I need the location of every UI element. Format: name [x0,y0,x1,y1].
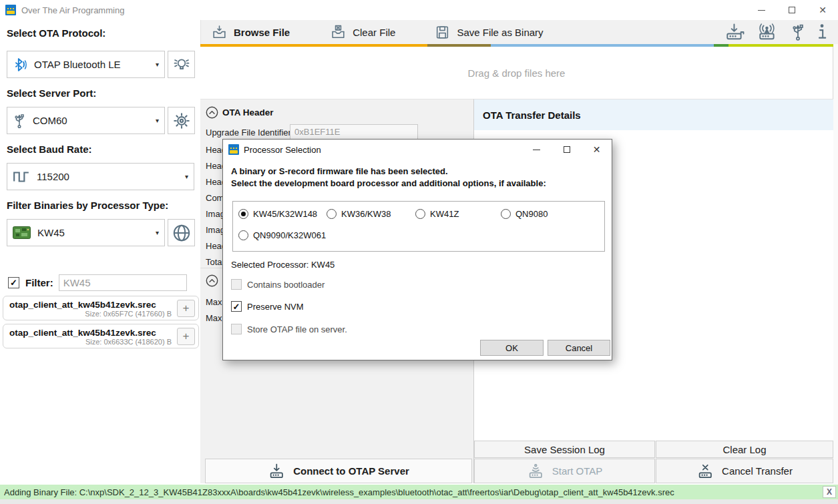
add-file-button[interactable]: + [177,328,195,345]
radio-qn9080[interactable]: QN9080 [501,209,548,219]
connect-otap-server-button[interactable]: Connect to OTAP Server [205,459,472,483]
file-name: otap_client_att_kw45b41zevk.srec [9,300,156,310]
collapse-circle-icon[interactable] [206,274,218,287]
binary-file-item[interactable]: otap_client_att_kw45b41zevk.srec Size: 0… [3,324,199,348]
ota-field-label: Max [206,297,222,307]
cancel-transfer-label: Cancel Transfer [722,465,793,477]
store-otap-file-checkbox[interactable]: Store OTAP file on server. [231,324,347,334]
app-window: Over The Air Programming ✕ Select OTA Pr… [0,0,838,504]
sidebar: Select OTA Protocol: OTAP Bluetooth LE ▾ [0,20,200,485]
dialog-close-button[interactable]: ✕ [582,140,612,160]
status-close-button[interactable]: X [823,486,836,498]
chevron-down-icon: ▾ [156,61,159,68]
file-download-tray-icon [211,24,228,41]
usb-icon[interactable] [790,22,806,42]
start-otap-label: Start OTAP [552,465,603,477]
port-label: Select Server Port: [7,87,96,99]
app-logo-icon [228,144,239,155]
file-clear-tray-icon [330,24,347,41]
radio-icon[interactable] [238,230,248,240]
radio-qn9090[interactable]: QN9090/K32W061 [238,230,326,240]
browse-file-button[interactable]: Browse File [211,24,290,41]
baud-label: Select Baud Rate: [7,144,92,155]
port-settings-button[interactable] [168,107,195,134]
add-file-button[interactable]: + [177,300,195,317]
file-dropzone[interactable]: Drag & drop files here [200,47,833,99]
processor-radio-group: KW45/K32W148 KW36/KW38 KW41Z QN9080 QN90… [232,201,605,252]
toolbar-right-icons [724,22,829,42]
checkbox-checked-icon[interactable]: ✓ [231,301,242,312]
checkbox-icon[interactable] [231,279,242,290]
binary-file-item[interactable]: otap_client_att_kw45b41zevk.srec Size: 0… [3,296,199,320]
radio-selected-icon[interactable] [238,209,248,219]
connect-otap-server-label: Connect to OTAP Server [293,465,409,477]
baud-select[interactable]: 115200 ▾ [7,163,194,190]
clear-log-button[interactable]: Clear Log [656,441,833,458]
maximize-icon [789,7,795,13]
app-logo-icon [5,5,16,15]
window-bottom-strip [0,499,838,504]
processor-filter-label: Filter Binaries by Processor Type: [7,200,168,211]
dialog-maximize-button[interactable] [552,140,582,160]
minimize-button[interactable] [746,0,777,20]
server-download-icon[interactable] [724,23,747,41]
window-title: Over The Air Programming [21,5,124,15]
toolbar: Browse File Clear File Save [200,20,838,44]
port-select[interactable]: COM60 ▾ [7,107,165,134]
globe-icon [172,223,192,243]
board-thumbnail-icon [13,226,31,239]
dialog-titlebar: Processor Selection ✕ [223,140,612,160]
upgrade-file-id-input[interactable] [290,124,418,140]
baud-value: 115200 [37,171,69,182]
server-wireless-icon [527,463,547,480]
titlebar: Over The Air Programming ✕ [0,0,838,20]
filter-label: Filter: [25,277,53,288]
radio-kw41z[interactable]: KW41Z [415,209,459,219]
ota-header-section[interactable]: OTA Header [206,106,274,119]
ok-button[interactable]: OK [480,340,544,356]
collapse-circle-icon[interactable] [206,106,218,119]
browse-online-button[interactable] [168,219,195,246]
processor-selection-dialog: Processor Selection ✕ A binary or S-reco… [222,139,612,360]
radio-icon[interactable] [327,209,337,219]
gear-icon [172,111,191,130]
save-session-log-button[interactable]: Save Session Log [474,441,655,458]
cancel-button[interactable]: Cancel [548,340,610,356]
file-name: otap_client_att_kw45b41zevk.srec [9,328,156,338]
dropzone-text: Drag & drop files here [468,67,566,79]
clear-file-button[interactable]: Clear File [330,24,395,41]
cancel-transfer-button[interactable]: Cancel Transfer [656,459,833,483]
info-icon[interactable] [815,22,829,42]
radio-icon[interactable] [415,209,425,219]
protocol-value: OTAP Bluetooth LE [34,59,121,70]
hint-button[interactable] [168,51,195,78]
filter-input[interactable] [59,274,187,291]
filter-checkbox[interactable]: ✓ [8,277,19,288]
radio-kw36[interactable]: KW36/KW38 [327,209,391,219]
file-size: Size: 0x6633C (418620) B [85,338,172,346]
server-wireless-icon[interactable] [757,23,781,41]
minimize-icon [758,10,765,11]
contains-bootloader-checkbox[interactable]: Contains bootloader [231,279,325,290]
upgrade-file-id-label: Upgrade File Identifier: [206,128,294,138]
radio-icon[interactable] [501,209,511,219]
radio-kw45[interactable]: KW45/K32W148 [238,209,317,219]
floppy-disk-icon [434,24,451,41]
save-session-log-label: Save Session Log [524,444,605,455]
ota-field-label: Total [206,257,224,267]
start-otap-button[interactable]: Start OTAP [474,459,655,483]
status-message: Adding Binary File: C:\nxp\SDK_2_12_3_KW… [4,487,674,497]
transfer-details-title: OTA Transfer Details [483,109,581,121]
transfer-details-header: OTA Transfer Details [474,99,833,130]
preserve-nvm-checkbox[interactable]: ✓ Preserve NVM [231,301,304,312]
save-binary-button[interactable]: Save File as Binary [434,24,543,41]
maximize-button[interactable] [777,0,807,20]
protocol-select[interactable]: OTAP Bluetooth LE ▾ [7,51,165,78]
second-section-header[interactable] [206,274,218,287]
checkbox-icon[interactable] [231,324,242,334]
dialog-title: Processor Selection [244,145,321,155]
dialog-minimize-button[interactable] [521,140,552,160]
close-button[interactable]: ✕ [807,0,838,20]
processor-select[interactable]: KW45 ▾ [7,219,165,246]
port-value: COM60 [33,115,67,126]
